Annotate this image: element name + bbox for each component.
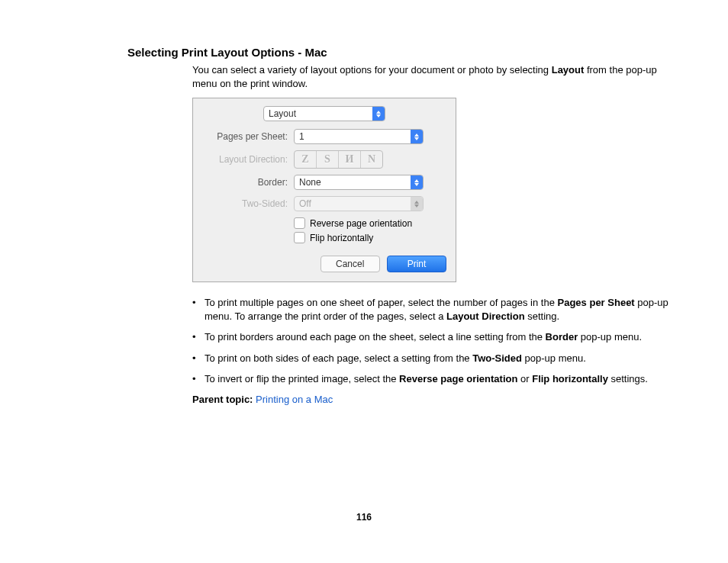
bullet-item: •To print borders around each page on th… xyxy=(192,330,669,344)
layout-direction-group: Z S И N xyxy=(294,150,383,169)
print-dialog: Layout Pages per Sheet: 1 Layout Directi… xyxy=(192,98,456,282)
chevron-updown-icon xyxy=(372,107,385,121)
flip-horizontally-checkbox[interactable] xyxy=(294,232,305,243)
layout-direction-option-2[interactable]: S xyxy=(317,151,339,168)
chevron-updown-icon xyxy=(411,130,423,143)
bullet-text: To print on both sides of each page, sel… xyxy=(205,352,586,365)
intro-paragraph: You can select a variety of layout optio… xyxy=(59,63,669,90)
bullet-item: •To print multiple pages on one sheet of… xyxy=(192,296,669,323)
bullet-text: To invert or flip the printed image, sel… xyxy=(205,372,648,386)
bullet-list: •To print multiple pages on one sheet of… xyxy=(59,296,669,386)
page-title: Selecting Print Layout Options - Mac xyxy=(59,46,669,59)
layout-glyph: И xyxy=(346,153,354,166)
layout-direction-option-3[interactable]: И xyxy=(339,151,361,168)
reverse-page-orientation-label: Reverse page orientation xyxy=(310,218,412,229)
layout-direction-option-4[interactable]: N xyxy=(361,151,382,168)
pages-per-sheet-label: Pages per Sheet: xyxy=(202,131,294,142)
parent-topic: Parent topic: Printing on a Mac xyxy=(59,394,669,405)
print-button[interactable]: Print xyxy=(387,256,446,272)
border-value: None xyxy=(295,175,411,189)
flip-horizontally-label: Flip horizontally xyxy=(310,233,373,243)
layout-popup[interactable]: Layout xyxy=(263,106,385,121)
bullet-dot: • xyxy=(192,352,205,365)
layout-glyph: Z xyxy=(301,153,308,166)
intro-bold: Layout xyxy=(552,64,585,76)
layout-direction-option-1[interactable]: Z xyxy=(295,151,317,168)
bullet-dot: • xyxy=(192,372,205,386)
layout-popup-value: Layout xyxy=(264,107,372,121)
chevron-updown-icon xyxy=(411,197,423,211)
bullet-dot: • xyxy=(192,330,205,344)
two-sided-value: Off xyxy=(295,197,411,211)
chevron-updown-icon xyxy=(411,175,423,189)
layout-glyph: N xyxy=(368,153,375,166)
pages-per-sheet-select[interactable]: 1 xyxy=(294,129,424,144)
two-sided-select[interactable]: Off xyxy=(294,196,424,211)
two-sided-label: Two-Sided: xyxy=(202,198,294,209)
parent-topic-link[interactable]: Printing on a Mac xyxy=(256,394,333,405)
bullet-dot: • xyxy=(192,296,205,323)
bullet-item: •To invert or flip the printed image, se… xyxy=(192,372,669,386)
page-number: 116 xyxy=(59,512,669,523)
border-label: Border: xyxy=(202,177,294,188)
intro-pre: You can select a variety of layout optio… xyxy=(192,64,552,76)
parent-topic-label: Parent topic: xyxy=(192,394,253,405)
layout-direction-label: Layout Direction: xyxy=(202,154,294,165)
cancel-button[interactable]: Cancel xyxy=(321,256,380,272)
bullet-text: To print borders around each page on the… xyxy=(205,330,642,344)
pages-per-sheet-value: 1 xyxy=(295,130,411,143)
reverse-page-orientation-checkbox[interactable] xyxy=(294,217,305,229)
layout-glyph: S xyxy=(324,153,330,166)
border-select[interactable]: None xyxy=(294,175,424,190)
bullet-text: To print multiple pages on one sheet of … xyxy=(205,296,669,323)
bullet-item: •To print on both sides of each page, se… xyxy=(192,352,669,365)
